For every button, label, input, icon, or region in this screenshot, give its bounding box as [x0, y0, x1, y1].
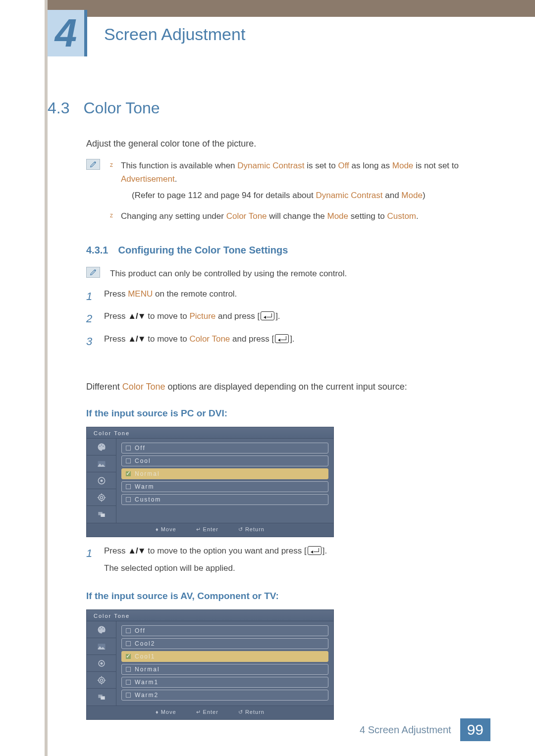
text: is set to	[304, 161, 338, 170]
osd-item-label: Warm1	[135, 679, 159, 686]
text: .	[175, 174, 177, 184]
osd-footer: ♦Move ↵Enter ↺Return	[87, 706, 333, 719]
text: on the remote control.	[153, 289, 237, 299]
chapter-number: 4	[55, 10, 77, 56]
osd-footer-enter: ↵Enter	[196, 709, 218, 715]
note-bullet: z Changing any setting under Color Tone …	[110, 209, 490, 223]
multi-icon	[87, 506, 116, 523]
footer-chapter-label: 4 Screen Adjustment	[360, 724, 460, 736]
osd-item-warm1[interactable]: Warm1	[121, 677, 328, 688]
osd-item-label: Warm	[135, 483, 155, 490]
picture-icon	[87, 638, 116, 655]
note-icon	[86, 159, 100, 170]
osd-item-custom[interactable]: Custom	[121, 494, 328, 505]
palette-icon	[87, 439, 116, 455]
text: Different	[86, 382, 122, 392]
svg-point-1	[101, 445, 102, 446]
note-bullet: z This function is available when Dynami…	[110, 159, 490, 202]
subsection-number: 4.3.1	[86, 245, 108, 256]
osd-menu-pc-dvi: Color Tone Off Cool Normal Warm C	[86, 427, 334, 537]
subsection-heading: 4.3.1 Configuring the Color Tone Setting…	[86, 245, 490, 256]
chapter-badge: 4	[48, 10, 87, 56]
keyword: Dynamic Contrast	[316, 191, 382, 200]
text: and	[383, 191, 402, 200]
osd-item-label: Cool1	[135, 653, 155, 660]
osd-item-cool1[interactable]: Cool1	[121, 651, 328, 662]
svg-point-12	[103, 628, 104, 629]
keyword: Mode	[392, 161, 414, 170]
osd-item-normal[interactable]: Normal	[121, 664, 328, 675]
case-heading-av: If the input source is AV, Component or …	[86, 591, 490, 602]
text: Return	[245, 709, 265, 715]
osd-list: Off Cool Normal Warm Custom	[116, 439, 333, 523]
osd-item-warm[interactable]: Warm	[121, 481, 328, 492]
palette-icon	[87, 621, 116, 638]
osd-item-off[interactable]: Off	[121, 625, 328, 636]
text: Changing any setting under	[121, 211, 226, 221]
page-number: 99	[460, 718, 490, 741]
text: will change the	[267, 211, 327, 221]
text: ].	[322, 546, 327, 555]
keyword: Color Tone	[122, 382, 165, 392]
osd-footer-enter: ↵Enter	[196, 526, 218, 533]
osd-item-label: Normal	[135, 470, 160, 477]
text: setting to	[348, 211, 387, 221]
osd-item-normal[interactable]: Normal	[121, 468, 328, 479]
svg-point-11	[101, 627, 102, 628]
text: to move to the option you want and press…	[146, 546, 307, 555]
osd-item-cool2[interactable]: Cool2	[121, 638, 328, 649]
svg-rect-19	[101, 696, 105, 700]
text: and press [	[230, 334, 274, 344]
osd-item-label: Custom	[135, 496, 161, 503]
osd-item-off[interactable]: Off	[121, 443, 328, 454]
section-title: Color Tone	[83, 99, 160, 117]
chapter-title: Screen Adjustment	[104, 25, 245, 44]
text: and press [	[215, 311, 260, 321]
picture-icon	[87, 455, 116, 472]
svg-point-5	[100, 479, 103, 482]
text: (Refer to page 112 and page 94 for detai…	[132, 191, 316, 200]
text: .	[416, 211, 419, 221]
text: ].	[275, 311, 280, 321]
osd-item-warm2[interactable]: Warm2	[121, 690, 328, 701]
step-1: 1 Press MENU on the remote control.	[86, 287, 490, 305]
osd-title: Color Tone	[87, 427, 333, 439]
osd-list: Off Cool2 Cool1 Normal Warm1 Warm2	[116, 621, 333, 706]
sound-icon	[87, 655, 116, 672]
page-footer: 4 Screen Adjustment 99	[360, 718, 490, 741]
text: to move to	[146, 334, 190, 344]
text: options are displayed depending on the c…	[165, 382, 407, 392]
text: Enter	[203, 709, 218, 715]
osd-menu-av: Color Tone Off Cool2 Cool1 Normal	[86, 609, 334, 720]
osd-footer-return: ↺Return	[238, 709, 265, 715]
osd-item-label: Off	[135, 445, 146, 452]
text: Press	[104, 334, 128, 344]
osd-item-cool[interactable]: Cool	[121, 455, 328, 466]
arrow-icons: ▲/▼	[128, 544, 145, 558]
keyword: Mode	[327, 211, 348, 221]
keyword: Dynamic Contrast	[237, 161, 304, 170]
steps-list: 1 Press MENU on the remote control. 2 Pr…	[86, 287, 490, 351]
keyword: MENU	[128, 289, 153, 299]
step-3: 3 Press ▲/▼ to move to Color Tone and pr…	[86, 332, 490, 351]
keyword: Picture	[189, 311, 215, 321]
osd-footer-move: ♦Move	[156, 709, 176, 715]
multi-icon	[87, 689, 116, 706]
arrow-icons: ▲/▼	[128, 332, 145, 347]
different-options-text: Different Color Tone options are display…	[86, 380, 490, 393]
osd-item-label: Off	[135, 627, 146, 634]
sound-icon	[87, 472, 116, 489]
osd-item-label: Normal	[135, 666, 160, 673]
svg-point-7	[100, 496, 103, 499]
step-select-option: 1 Press ▲/▼ to move to the option you wa…	[86, 544, 490, 576]
enter-icon	[261, 311, 274, 320]
text: The selected option will be applied.	[104, 561, 490, 576]
text: is not set to	[413, 161, 459, 170]
top-bar	[48, 0, 535, 17]
keyword: Color Tone	[226, 211, 267, 221]
keyword: Advertisement	[121, 174, 175, 184]
keyword: Color Tone	[189, 334, 230, 344]
text: Move	[161, 526, 176, 532]
case-heading-pc-dvi: If the input source is PC or DVI:	[86, 408, 490, 419]
svg-rect-9	[101, 514, 105, 517]
